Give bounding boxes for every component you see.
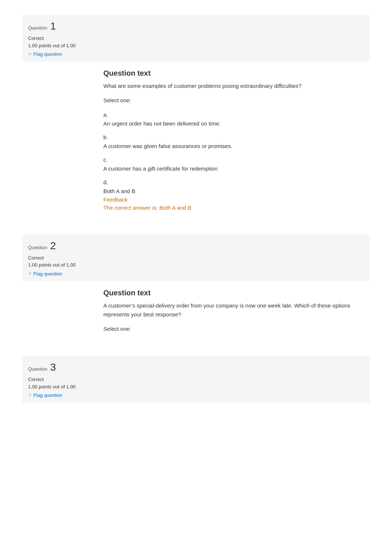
flag-question-1-button[interactable]: Flag question [28,51,62,58]
question-1-status: Correct [28,35,364,42]
question-1-points: 1.00 points out of 1.00 [28,42,364,49]
question-1-number: 1 [50,18,56,34]
question-1-text-heading: Question text [103,68,370,79]
question-3-number: 3 [50,360,56,375]
question-2-status: Correct [28,254,364,262]
flag-question-3-button[interactable]: Flag question [28,392,62,399]
question-2-points: 1.00 points out of 1.00 [28,261,364,269]
answer-c-letter: c. [103,156,370,164]
question-2-header: Question 2 Correct 1.00 points out of 1.… [22,234,370,281]
answer-c-text: A customer has a gift certificate for re… [103,165,370,173]
answer-option-c: c. A customer has a gift certificate for… [103,156,370,173]
question-2-text-heading: Question text [103,287,370,298]
question-3-points: 1.00 points out of 1.00 [28,383,364,391]
answer-option-a: a. An urgent order has not been delivere… [103,111,370,128]
answer-b-letter: b. [103,133,370,142]
question-block-2: Question 2 Correct 1.00 points out of 1.… [22,234,370,345]
question-1-header: Question 1 Correct 1.00 points out of 1.… [22,15,370,62]
question-2-number: 2 [50,238,56,254]
answer-d-letter: d. [103,178,370,187]
feedback-label-1: Feedback [103,196,370,204]
question-block-1: Question 1 Correct 1.00 points out of 1.… [22,15,370,223]
answer-a-letter: a. [103,111,370,119]
flag-question-2-button[interactable]: Flag question [28,270,62,278]
question-2-body: A customer’s special-delivery order from… [103,301,370,319]
feedback-text-1: The correct answer is: Both A and B [103,204,370,212]
question-3-status: Correct [28,376,364,383]
question-1-label: Question [28,24,47,32]
question-1-select-one: Select one: [103,96,370,105]
answer-a-text: An urgent order has not been delivered o… [103,120,370,128]
question-2-content: Question text A customer’s special-deliv… [22,281,370,345]
answer-b-text: A customer was given false assurances or… [103,142,370,151]
question-block-3: Question 3 Correct 1.00 points out of 1.… [22,356,370,403]
question-2-select-one: Select one: [103,325,370,333]
answer-option-b: b. A customer was given false assurances… [103,133,370,151]
question-1-content: Question text What are some examples of … [22,62,370,223]
question-3-label: Question [28,365,47,373]
answer-d-text: Both A and B [103,187,370,196]
question-1-body: What are some examples of customer probl… [103,82,370,90]
question-2-label: Question [28,244,47,251]
answer-option-d: d. Both A and B Feedback The correct ans… [103,178,370,212]
question-3-header: Question 3 Correct 1.00 points out of 1.… [22,356,370,403]
page: Question 1 Correct 1.00 points out of 1.… [0,0,392,429]
